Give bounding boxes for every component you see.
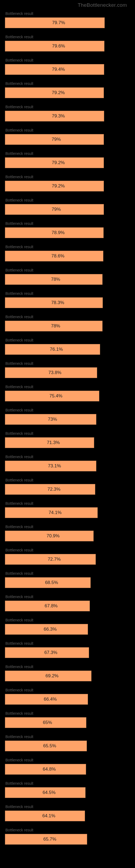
bar-value-label: 71.3% (47, 440, 60, 445)
row-category-label: Bottleneck result (5, 688, 130, 692)
bar-value-label: 65% (43, 720, 52, 725)
chart-row: Bottleneck result68.5% (5, 571, 130, 588)
chart-row: Bottleneck result79.3% (5, 105, 130, 122)
row-category-label: Bottleneck result (5, 781, 130, 785)
bar-value-label: 78.6% (51, 253, 64, 259)
row-category-label: Bottleneck result (5, 571, 130, 576)
bar-value-label: 65.7% (43, 837, 56, 842)
bar-value-label: 79% (52, 207, 61, 212)
chart-row: Bottleneck result64.1% (5, 805, 130, 822)
bar-value-label: 68.5% (45, 580, 58, 585)
bar-value-label: 78% (51, 277, 60, 282)
bar-track: 75.4% (5, 391, 130, 401)
bar-value-label: 79.2% (52, 160, 65, 165)
chart-row: Bottleneck result75.4% (5, 384, 130, 401)
bar-track: 79.2% (5, 181, 130, 191)
row-category-label: Bottleneck result (5, 805, 130, 809)
chart-row: Bottleneck result73.8% (5, 361, 130, 378)
row-category-label: Bottleneck result (5, 361, 130, 366)
chart-row: Bottleneck result78% (5, 268, 130, 285)
chart-row: Bottleneck result64.5% (5, 781, 130, 798)
chart-row: Bottleneck result73.1% (5, 455, 130, 471)
row-category-label: Bottleneck result (5, 35, 130, 39)
bar-value-label: 75.4% (49, 393, 62, 399)
chart-row: Bottleneck result72.3% (5, 478, 130, 495)
row-category-label: Bottleneck result (5, 384, 130, 389)
bar-track: 79.2% (5, 87, 130, 98)
header: TheBottlenecker.com (0, 2, 135, 8)
chart-row: Bottleneck result79% (5, 198, 130, 215)
row-category-label: Bottleneck result (5, 291, 130, 296)
row-category-label: Bottleneck result (5, 595, 130, 599)
chart-row: Bottleneck result67.3% (5, 641, 130, 658)
bar-track: 66.4% (5, 694, 130, 705)
bar-value-label: 64.8% (43, 767, 56, 772)
bar-track: 78% (5, 274, 130, 285)
bar-value-label: 79.6% (52, 43, 65, 49)
row-category-label: Bottleneck result (5, 758, 130, 762)
bar-value-label: 79.7% (52, 20, 65, 26)
chart-row: Bottleneck result79.7% (5, 11, 130, 28)
row-category-label: Bottleneck result (5, 525, 130, 529)
bar-value-label: 78.3% (51, 300, 64, 305)
chart-row: Bottleneck result78.3% (5, 291, 130, 308)
chart-row: Bottleneck result70.9% (5, 525, 130, 541)
bar-track: 78.9% (5, 227, 130, 238)
bar-value-label: 79.3% (52, 113, 65, 119)
bar-track: 67.8% (5, 600, 130, 611)
bar-value-label: 73.8% (48, 370, 61, 375)
bar-value-label: 72.7% (48, 557, 61, 562)
chart-row: Bottleneck result64.8% (5, 758, 130, 775)
bar-track: 79.2% (5, 157, 130, 168)
bar-track: 78.3% (5, 297, 130, 308)
bar-track: 78.6% (5, 251, 130, 261)
chart-row: Bottleneck result79.2% (5, 82, 130, 98)
bottleneck-bar-chart: Bottleneck result79.7%Bottleneck result7… (0, 11, 135, 859)
bar-value-label: 66.3% (44, 627, 57, 632)
chart-row: Bottleneck result79.2% (5, 175, 130, 191)
row-category-label: Bottleneck result (5, 735, 130, 739)
chart-row: Bottleneck result65.5% (5, 735, 130, 751)
row-category-label: Bottleneck result (5, 431, 130, 436)
chart-row: Bottleneck result76.1% (5, 338, 130, 355)
bar-value-label: 74.1% (49, 510, 61, 516)
bar-value-label: 79.2% (52, 90, 65, 95)
bar-track: 72.3% (5, 484, 130, 495)
bar-value-label: 73.1% (48, 463, 61, 469)
site-link[interactable]: TheBottlenecker.com (78, 2, 127, 8)
bar-value-label: 66.4% (44, 696, 57, 702)
bar-track: 70.9% (5, 531, 130, 541)
row-category-label: Bottleneck result (5, 175, 130, 179)
chart-row: Bottleneck result78.6% (5, 245, 130, 261)
row-category-label: Bottleneck result (5, 315, 130, 319)
row-category-label: Bottleneck result (5, 548, 130, 552)
bar-value-label: 72.3% (48, 487, 60, 492)
chart-row: Bottleneck result65.7% (5, 828, 130, 845)
bar-track: 72.7% (5, 554, 130, 565)
bar-value-label: 79% (52, 137, 61, 142)
bar-track: 79.3% (5, 111, 130, 122)
bar-track: 73.1% (5, 461, 130, 471)
chart-row: Bottleneck result65% (5, 711, 130, 728)
row-category-label: Bottleneck result (5, 408, 130, 412)
bar-value-label: 70.9% (46, 533, 59, 539)
bar-track: 79.4% (5, 64, 130, 75)
row-category-label: Bottleneck result (5, 151, 130, 156)
chart-row: Bottleneck result79% (5, 128, 130, 145)
row-category-label: Bottleneck result (5, 501, 130, 506)
bar-track: 79% (5, 134, 130, 145)
bar-value-label: 67.8% (45, 603, 57, 609)
chart-row: Bottleneck result78.9% (5, 221, 130, 238)
bar-track: 65% (5, 717, 130, 728)
bar-track: 66.3% (5, 624, 130, 635)
bar-track: 76.1% (5, 344, 130, 355)
row-category-label: Bottleneck result (5, 478, 130, 482)
chart-row: Bottleneck result73% (5, 408, 130, 425)
row-category-label: Bottleneck result (5, 221, 130, 226)
bar-track: 64.5% (5, 787, 130, 798)
bar-value-label: 69.2% (46, 673, 58, 679)
bar-track: 79.6% (5, 41, 130, 52)
row-category-label: Bottleneck result (5, 828, 130, 832)
row-category-label: Bottleneck result (5, 105, 130, 109)
row-category-label: Bottleneck result (5, 58, 130, 62)
